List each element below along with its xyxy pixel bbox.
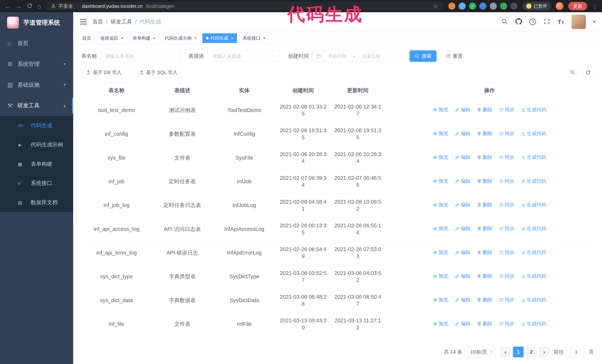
extension-icon[interactable] xyxy=(448,3,455,10)
avatar-caret-icon[interactable]: ▾ xyxy=(593,20,595,24)
sync-action[interactable]: 同步 xyxy=(499,297,514,303)
import-sql-button[interactable]: 基于 SQL 导入 xyxy=(134,67,182,78)
search-icon[interactable] xyxy=(501,18,508,26)
prev-page-button[interactable]: ‹ xyxy=(500,347,511,357)
delete-action[interactable]: 删除 xyxy=(477,297,492,303)
tab-close-icon[interactable]: × xyxy=(153,36,156,40)
extension-icon[interactable] xyxy=(500,3,507,10)
sync-action[interactable]: 同步 xyxy=(499,107,514,113)
sidebar-submenu-item[interactable]: ▦ 表单构建 xyxy=(0,154,73,174)
fullscreen-icon[interactable] xyxy=(543,18,550,26)
extension-icon[interactable] xyxy=(459,3,466,10)
breadcrumb-devtools[interactable]: 研发工具 xyxy=(111,18,132,26)
sync-action[interactable]: 同步 xyxy=(499,250,514,256)
tab[interactable]: 链路追踪 × xyxy=(97,33,127,43)
sync-action[interactable]: 同步 xyxy=(499,321,514,327)
browser-menu-icon[interactable]: ⋮ xyxy=(592,3,598,10)
delete-action[interactable]: 删除 xyxy=(477,178,492,184)
generate-code-action[interactable]: 生成代码 xyxy=(521,107,546,113)
hamburger-icon[interactable] xyxy=(80,19,87,24)
refresh-table-button[interactable] xyxy=(582,67,594,78)
edit-action[interactable]: 编辑 xyxy=(455,107,470,113)
generate-code-action[interactable]: 生成代码 xyxy=(521,154,546,161)
forward-button[interactable]: → xyxy=(16,3,22,9)
paused-badge[interactable]: 已暂停 xyxy=(522,2,551,10)
delete-action[interactable]: 删除 xyxy=(477,202,492,208)
edit-action[interactable]: 编辑 xyxy=(455,202,470,208)
edit-action[interactable]: 编辑 xyxy=(455,226,470,232)
edit-action[interactable]: 编辑 xyxy=(455,178,470,184)
generate-code-action[interactable]: 生成代码 xyxy=(521,131,546,137)
sync-action[interactable]: 同步 xyxy=(499,178,514,184)
preview-action[interactable]: 预览 xyxy=(433,250,448,256)
sync-action[interactable]: 同步 xyxy=(499,131,514,137)
page-button[interactable]: 2 xyxy=(526,347,537,357)
tab-close-icon[interactable]: × xyxy=(121,36,123,40)
url-bar[interactable]: ⚠ 不安全 dashboard.yudao.iocoder.cn /tool/c… xyxy=(46,2,443,10)
edit-action[interactable]: 编辑 xyxy=(455,321,470,327)
preview-action[interactable]: 预览 xyxy=(433,178,448,184)
table-name-input[interactable] xyxy=(101,50,180,62)
sidebar-menu-item[interactable]: ⚙ 系统管理 ▾ xyxy=(0,54,73,74)
github-icon[interactable] xyxy=(515,18,522,26)
extension-icon[interactable] xyxy=(479,3,486,10)
edit-action[interactable]: 编辑 xyxy=(455,297,470,303)
table-desc-input[interactable] xyxy=(208,50,280,62)
edit-action[interactable]: 编辑 xyxy=(455,273,470,279)
sidebar-menu-item[interactable]: ▥ 基础设施 ▾ xyxy=(0,74,73,95)
preview-action[interactable]: 预览 xyxy=(433,107,448,113)
breadcrumb-home[interactable]: 首页 xyxy=(92,18,103,26)
page-size-select[interactable]: 10条/页 ▾ xyxy=(466,347,496,357)
date-range-picker[interactable]: - xyxy=(312,50,401,62)
generate-code-action[interactable]: 生成代码 xyxy=(521,250,546,256)
profile-avatar[interactable] xyxy=(556,2,563,10)
tab-close-icon[interactable]: × xyxy=(263,36,266,40)
sync-action[interactable]: 同步 xyxy=(499,273,514,279)
home-button[interactable]: ⌂ xyxy=(37,3,41,9)
sync-action[interactable]: 同步 xyxy=(499,202,514,208)
delete-action[interactable]: 删除 xyxy=(477,154,492,161)
tab[interactable]: 代码生成示例 × xyxy=(161,33,200,43)
preview-action[interactable]: 预览 xyxy=(433,202,448,208)
reload-button[interactable] xyxy=(27,3,32,10)
sidebar-menu-item[interactable]: ⌂ 首页 xyxy=(0,33,73,54)
preview-action[interactable]: 预览 xyxy=(433,297,448,303)
sync-action[interactable]: 同步 xyxy=(499,154,514,161)
sidebar-submenu-item[interactable]: ▤ 数据库文档 xyxy=(0,193,73,212)
bookmark-star-icon[interactable]: ☆ xyxy=(433,3,438,10)
edit-action[interactable]: 编辑 xyxy=(455,131,470,137)
edit-action[interactable]: 编辑 xyxy=(455,250,470,256)
delete-action[interactable]: 删除 xyxy=(477,107,492,113)
preview-action[interactable]: 预览 xyxy=(433,321,448,327)
tab[interactable]: 代码生成 × xyxy=(203,33,237,43)
preview-action[interactable]: 预览 xyxy=(433,226,448,232)
user-avatar[interactable] xyxy=(571,15,586,29)
end-date-input[interactable] xyxy=(357,53,385,59)
generate-code-action[interactable]: 生成代码 xyxy=(521,273,546,279)
preview-action[interactable]: 预览 xyxy=(433,131,448,137)
delete-action[interactable]: 删除 xyxy=(477,250,492,256)
delete-action[interactable]: 删除 xyxy=(477,226,492,232)
reset-button[interactable]: 重置 xyxy=(441,50,468,62)
extension-icon[interactable] xyxy=(490,3,497,10)
goto-page-input[interactable] xyxy=(568,347,585,357)
import-db-button[interactable]: 基于 DB 导入 xyxy=(81,67,126,78)
preview-action[interactable]: 预览 xyxy=(433,273,448,279)
start-date-input[interactable] xyxy=(323,53,351,59)
search-button[interactable]: 搜索 xyxy=(409,50,437,62)
generate-code-action[interactable]: 生成代码 xyxy=(521,226,546,232)
tab[interactable]: 系统接口 × xyxy=(239,33,269,43)
next-page-button[interactable]: › xyxy=(539,347,549,357)
sync-action[interactable]: 同步 xyxy=(499,226,514,232)
update-button[interactable]: 更新 xyxy=(568,2,587,10)
sidebar-submenu-item[interactable]: </> 代码生成 xyxy=(0,116,73,135)
delete-action[interactable]: 删除 xyxy=(477,273,492,279)
generate-code-action[interactable]: 生成代码 xyxy=(521,202,546,208)
tab-close-icon[interactable]: × xyxy=(231,36,233,40)
sidebar-submenu-item[interactable]: ◈ 代码生成示例 xyxy=(0,135,73,154)
edit-action[interactable]: 编辑 xyxy=(455,154,470,161)
tab[interactable]: 表单构建 × xyxy=(129,33,159,43)
extension-icon[interactable] xyxy=(510,3,517,10)
generate-code-action[interactable]: 生成代码 xyxy=(521,178,546,184)
preview-action[interactable]: 预览 xyxy=(433,154,448,161)
